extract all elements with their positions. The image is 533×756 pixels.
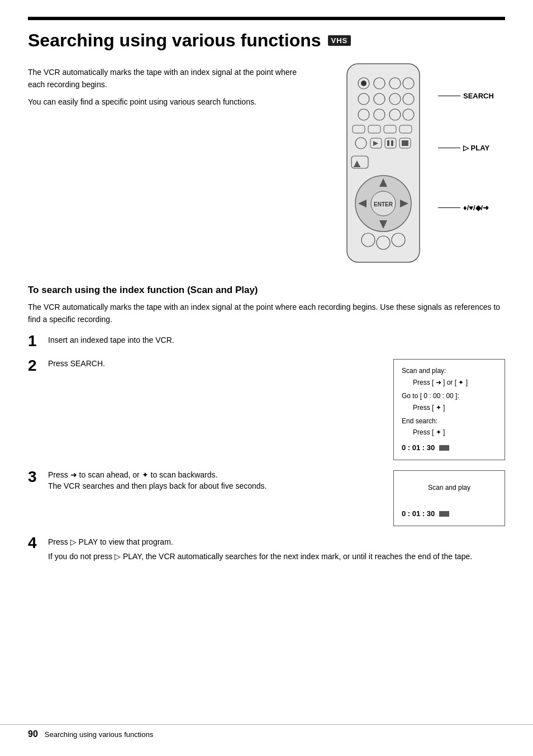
play-line (438, 148, 460, 148)
step-4-content: Press ▷ PLAY to view that program. If yo… (48, 536, 505, 563)
step-3-text-area: Press ➜ to scan ahead, or ✦ to scan back… (48, 470, 382, 490)
page: Searching using various functions VHS Th… (0, 0, 533, 756)
step-2-text-area: Press SEARCH. (48, 359, 382, 368)
play-label: ▷ PLAY (463, 144, 489, 152)
page-footer: 90 Searching using various functions (0, 724, 533, 739)
search-label-group: SEARCH (438, 92, 494, 100)
footer-text: Searching using various functions (45, 730, 153, 739)
info-box-2: Scan and play 0 : 01 : 30 (393, 470, 505, 526)
timer-1-value: 0 : 01 : 30 (402, 442, 435, 454)
step-3-sub: The VCR searches and then plays back for… (48, 481, 382, 490)
step-4-text: Press ▷ PLAY to view that program. (48, 536, 505, 549)
section-heading: To search using the index function (Scan… (28, 285, 505, 296)
step-3-text: Press ➜ to scan ahead, or ✦ to scan back… (48, 470, 382, 479)
info-box-2-line1: Scan and play (402, 476, 497, 504)
step-3-content-area: Press ➜ to scan ahead, or ✦ to scan back… (48, 470, 505, 526)
step-1-number: 1 (28, 333, 48, 349)
remote-wrapper: ENTER SEARCH (333, 61, 505, 268)
info-box-1-line3: Go to [ 0 : 00 : 00 ]: (402, 390, 497, 401)
svg-rect-24 (391, 140, 393, 146)
play-label-group: ▷ PLAY (438, 144, 489, 152)
footer-page-number: 90 (28, 729, 38, 739)
title-text: Searching using various functions (28, 30, 321, 51)
svg-rect-29 (354, 166, 360, 167)
search-label: SEARCH (463, 92, 494, 100)
steps: 1 Insert an indexed tape into the VCR. 2… (28, 334, 505, 563)
search-line (438, 96, 460, 96)
timer-2-bar (439, 511, 449, 517)
info-box-1: Scan and play: Press [ ➜ ] or [ ✦ ] Go t… (393, 359, 505, 460)
step-1-content: Insert an indexed tape into the VCR. (48, 334, 505, 347)
step-2-number: 2 (28, 358, 48, 374)
timer-2-value: 0 : 01 : 30 (402, 508, 435, 520)
svg-rect-26 (402, 140, 408, 146)
step-2: 2 Press SEARCH. Scan and play: Press [ ➜… (28, 359, 505, 460)
info-box-1-timer: 0 : 01 : 30 (402, 442, 497, 454)
intro-para-1: The VCR automatically marks the tape wit… (28, 67, 311, 91)
remote-svg: ENTER (333, 61, 434, 268)
label-area: SEARCH ▷ PLAY ♦/♥/◆/➜ (438, 61, 505, 268)
timer-1-bar (439, 445, 449, 451)
svg-point-8 (362, 82, 365, 85)
step-4-sub: If you do not press ▷ PLAY, the VCR auto… (48, 551, 505, 563)
arrows-label-group: ♦/♥/◆/➜ (438, 204, 489, 212)
svg-rect-23 (387, 140, 389, 146)
remote-diagram: ENTER SEARCH (322, 61, 505, 268)
arrows-label: ♦/♥/◆/➜ (463, 204, 489, 212)
section-intro: The VCR automatically marks the tape wit… (28, 301, 505, 325)
intro-section: The VCR automatically marks the tape wit… (28, 61, 505, 268)
step-2-text: Press SEARCH. (48, 359, 105, 368)
info-box-2-timer: 0 : 01 : 30 (402, 508, 497, 520)
info-box-1-line2: Press [ ➜ ] or [ ✦ ] (413, 377, 497, 388)
step-3: 3 Press ➜ to scan ahead, or ✦ to scan ba… (28, 470, 505, 526)
step-4-number: 4 (28, 535, 48, 551)
info-box-1-line5: End search: (402, 415, 497, 427)
intro-text: The VCR automatically marks the tape wit… (28, 61, 311, 268)
step-2-right: Press SEARCH. Scan and play: Press [ ➜ ]… (48, 359, 505, 460)
page-title: Searching using various functions VHS (28, 30, 505, 51)
info-box-1-line6: Press [ ✦ ] (413, 427, 497, 438)
svg-text:ENTER: ENTER (374, 201, 393, 207)
step-1: 1 Insert an indexed tape into the VCR. (28, 334, 505, 349)
step-4: 4 Press ▷ PLAY to view that program. If … (28, 536, 505, 563)
step-3-number: 3 (28, 469, 48, 485)
intro-para-2: You can easily find a specific point usi… (28, 96, 311, 108)
info-box-1-line4: Press [ ✦ ] (413, 402, 497, 413)
info-box-1-line1: Scan and play: (402, 365, 497, 376)
top-border (28, 17, 505, 20)
arrows-line (438, 207, 460, 208)
vhs-badge: VHS (328, 35, 351, 46)
step-1-text: Insert an indexed tape into the VCR. (48, 336, 174, 344)
